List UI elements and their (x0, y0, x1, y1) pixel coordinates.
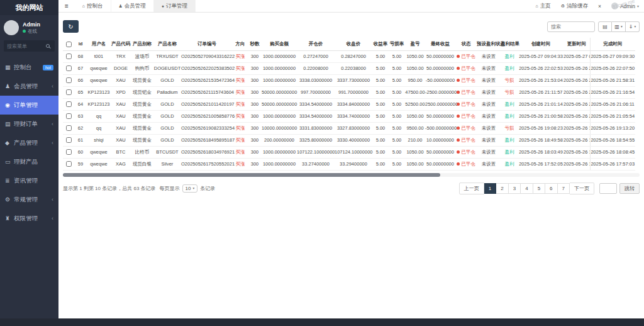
column-header-pl[interactable]: 盈亏 (405, 38, 425, 50)
page-size-select[interactable]: 10▾ (182, 184, 198, 193)
row-checkbox[interactable] (66, 65, 72, 71)
column-header-id[interactable]: id (74, 38, 87, 50)
row-checkbox[interactable] (66, 77, 72, 83)
column-header-amount[interactable]: 购买金额 (262, 38, 297, 50)
column-header-final_profit[interactable]: 最终收益 (425, 38, 455, 50)
cell-final_profit: 50.00000000 (425, 146, 455, 158)
column-header-seconds[interactable]: 秒数 (248, 38, 262, 50)
sidebar-item-3[interactable]: ▤理财订单‹ (0, 115, 58, 133)
home-link[interactable]: ⌂主页 (530, 3, 555, 10)
cell-status: 已平仓 (455, 50, 477, 62)
cell-order_no: O2025052621005858776 (181, 110, 233, 122)
cell-amount: 10000.00000000 (262, 122, 297, 134)
refresh-button[interactable]: ↻ (63, 20, 79, 33)
page-button-3[interactable]: 3 (509, 183, 521, 194)
view-toggle-button[interactable]: ▤ (598, 21, 612, 32)
page-button-1[interactable]: 1 (484, 183, 496, 194)
page-button-4[interactable]: 4 (521, 183, 533, 194)
hamburger-icon[interactable]: ≡ (58, 3, 75, 9)
column-header-loss_rate[interactable]: 亏损率 (389, 38, 405, 50)
column-header-created[interactable]: 创建时间 (518, 38, 564, 50)
export-button[interactable]: ⇓▾ (626, 21, 640, 32)
cell-result: 亏损 (501, 74, 518, 86)
sidebar-item-5[interactable]: ▭理财产品 (0, 152, 58, 171)
cell-profit_rate: 5.00 (372, 50, 389, 62)
sidebar-item-6[interactable]: ≣资讯管理 (0, 171, 58, 190)
column-header-preset[interactable]: 预设盈利状态 (477, 38, 501, 50)
cell-alias: 现货白银 (131, 158, 153, 170)
column-header-order_no[interactable]: 订单编号 (181, 38, 233, 50)
cell-name: GOLD (153, 74, 181, 86)
tab-订单管理[interactable]: ●订单管理 (154, 0, 196, 12)
sidebar-item-1[interactable]: ♟会员管理‹ (0, 77, 58, 96)
jump-page-input[interactable] (599, 183, 617, 194)
sidebar-item-8[interactable]: ♜权限管理‹ (0, 209, 58, 228)
column-header-result[interactable]: 盈利结果 (501, 38, 518, 50)
page-button-5[interactable]: 5 (533, 183, 545, 194)
cell-alias: 现货黄金 (131, 110, 153, 122)
cell-code: TRX (111, 50, 131, 62)
select-all-checkbox[interactable] (66, 42, 72, 47)
cell-open_price: 3338.03000000 (297, 74, 335, 86)
next-page-button[interactable]: 下一页 (570, 183, 594, 194)
column-header-status[interactable]: 状态 (455, 38, 477, 50)
direction-value: 买涨 (236, 65, 245, 71)
row-checkbox[interactable] (66, 137, 72, 143)
column-header-open_price[interactable]: 开仓价 (297, 38, 335, 50)
page-button-7[interactable]: 7 (558, 183, 570, 194)
per-page-prefix: 每页显示 (160, 185, 180, 192)
cell-user: KP123123 (87, 98, 111, 110)
row-checkbox[interactable] (66, 53, 72, 59)
row-checkbox[interactable] (66, 149, 72, 155)
column-header-direction[interactable]: 方向 (233, 38, 248, 50)
sidebar-item-7[interactable]: ⚙常规管理‹ (0, 190, 58, 209)
sidebar-item-2[interactable]: ◉订单管理 (0, 96, 58, 115)
close-icon[interactable]: × (593, 3, 606, 9)
cell-order_no: O2025052622025383502 (181, 62, 233, 74)
tab-会员管理[interactable]: ♟会员管理 (111, 0, 154, 12)
row-checkbox[interactable] (66, 89, 72, 95)
row-checkbox[interactable] (66, 113, 72, 119)
column-header-code[interactable]: 产品代码 (111, 38, 131, 50)
column-header-close_price[interactable]: 收盘价 (335, 38, 372, 50)
cell-open_price: 33.27400000 (297, 158, 335, 170)
page-button-2[interactable]: 2 (496, 183, 508, 194)
cell-status: 已平仓 (455, 122, 477, 134)
column-header-name[interactable]: 产品名称 (153, 38, 181, 50)
row-checkbox[interactable] (66, 101, 72, 107)
cell-status: 已平仓 (455, 158, 477, 170)
cell-preset: 未设置 (477, 86, 501, 98)
cell-alias: 波场币 (131, 50, 153, 62)
row-checkbox[interactable] (66, 161, 72, 167)
column-header-user[interactable]: 用户名 (87, 38, 111, 50)
cell-close_price: 107124.10000000 (335, 146, 372, 158)
table-search-input[interactable] (547, 21, 595, 32)
sidebar-search-input[interactable] (7, 43, 46, 49)
sidebar-item-4[interactable]: ◆产品管理‹ (0, 133, 58, 152)
cell-select (63, 146, 74, 158)
columns-button[interactable]: ▥▾ (612, 21, 626, 32)
sidebar-item-0[interactable]: ▦控制台hot (0, 58, 58, 77)
cell-seconds: 300 (248, 50, 262, 62)
cell-profit_rate: 5.00 (372, 62, 389, 74)
cell-amount: 1000.00000000 (262, 50, 297, 62)
clear-cache-link[interactable]: ♻清除缓存 (556, 3, 593, 10)
column-header-updated[interactable]: 更新时间 (564, 38, 590, 50)
cell-alias: 现货黄金 (131, 122, 153, 134)
scrollbar-thumb[interactable] (63, 173, 440, 177)
admin-menu[interactable]: Admin ▾ (606, 3, 644, 9)
prev-page-button[interactable]: 上一页 (459, 183, 484, 194)
select-all-header[interactable] (63, 38, 74, 50)
column-header-profit_rate[interactable]: 收益率 (372, 38, 389, 50)
tab-控制台[interactable]: ⌂控制台 (75, 0, 111, 12)
cell-open_price: 3325.80000000 (297, 134, 335, 146)
cell-final_profit: 50.00000000 (425, 50, 455, 62)
jump-button[interactable]: 跳转 (619, 183, 640, 194)
row-checkbox[interactable] (66, 125, 72, 131)
cell-code: XAU (111, 98, 131, 110)
column-header-finished[interactable]: 完成时间 (590, 38, 635, 50)
cell-select (63, 98, 74, 110)
cell-finished: 2025-05-26 17:57:03 (590, 158, 635, 170)
column-header-alias[interactable]: 产品别称 (131, 38, 153, 50)
page-button-6[interactable]: 6 (545, 183, 557, 194)
